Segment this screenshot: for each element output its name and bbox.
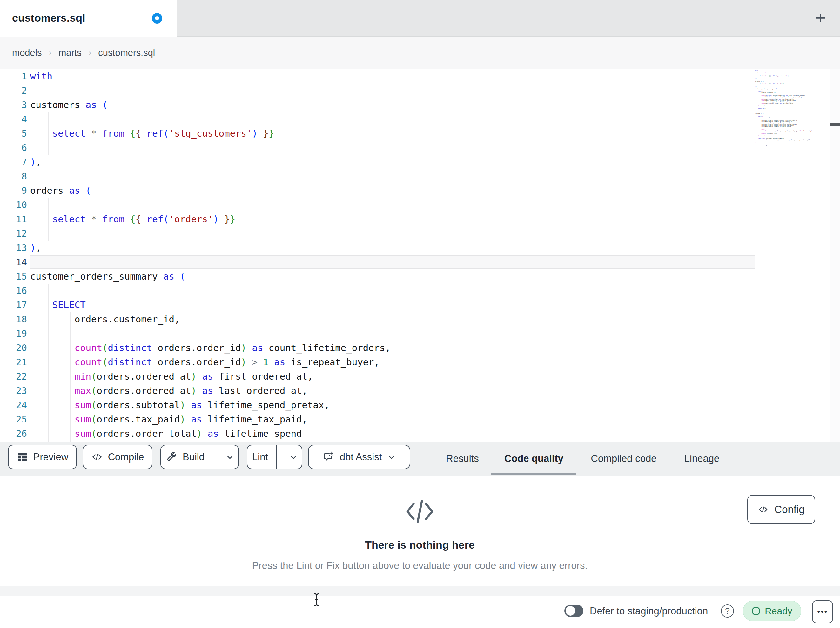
more-options-button[interactable]: ••• <box>812 600 833 623</box>
breadcrumb-models[interactable]: models <box>12 47 42 58</box>
code-icon <box>91 451 103 463</box>
code-editor[interactable]: 1with23customers as (45 select * from {{… <box>0 69 840 441</box>
line-number: 5 <box>0 127 30 141</box>
code-line[interactable]: 7), <box>0 155 840 169</box>
empty-state: There is nothing here Press the Lint or … <box>252 495 587 571</box>
tab-code-quality[interactable]: Code quality <box>504 442 564 475</box>
code-line[interactable]: 14 <box>0 255 840 269</box>
line-number: 6 <box>0 141 30 155</box>
defer-toggle[interactable] <box>564 605 583 617</box>
line-number: 11 <box>0 212 30 226</box>
defer-label: Defer to staging/production <box>590 596 708 626</box>
breadcrumb: models › marts › customers.sql <box>12 36 155 69</box>
table-icon <box>16 451 28 463</box>
code-line[interactable]: 17 SELECT <box>0 298 840 312</box>
code-line[interactable]: 5 select * from {{ ref('stg_customers') … <box>0 127 840 141</box>
line-number: 17 <box>0 298 30 312</box>
build-split-button: Build <box>160 445 239 469</box>
wrench-icon <box>166 451 177 463</box>
line-number: 20 <box>0 341 30 355</box>
lint-dropdown-button[interactable] <box>282 445 305 468</box>
tab-compiled-code[interactable]: Compiled code <box>591 442 657 475</box>
code-line[interactable]: 21 count(distinct orders.order_id) > 1 a… <box>0 355 840 369</box>
panel-resize-gap[interactable] <box>0 586 840 596</box>
code-line[interactable]: 6 <box>0 141 840 155</box>
minimap[interactable]: withcustomers as ( select * from {{ ref(… <box>755 70 829 152</box>
breadcrumb-marts[interactable]: marts <box>58 47 82 58</box>
line-number: 13 <box>0 241 30 255</box>
code-line[interactable]: 13), <box>0 241 840 255</box>
line-number: 8 <box>0 169 30 183</box>
empty-state-title: There is nothing here <box>365 539 475 551</box>
line-number: 22 <box>0 369 30 384</box>
chevron-down-icon <box>225 452 235 462</box>
unsaved-changes-dot-icon <box>152 13 162 24</box>
code-quality-panel: There is nothing here Press the Lint or … <box>0 476 840 586</box>
ide-status-label: Ready <box>765 606 793 617</box>
line-number: 18 <box>0 312 30 327</box>
code-line[interactable]: 15customer_orders_summary as ( <box>0 269 840 284</box>
status-bar: Defer to staging/production ? Ready ••• <box>0 596 840 628</box>
code-line[interactable]: 9orders as ( <box>0 183 840 198</box>
code-line[interactable]: 24 sum(orders.subtotal) as lifetime_spen… <box>0 398 840 412</box>
line-number: 12 <box>0 226 30 241</box>
code-line[interactable]: 8 <box>0 169 840 183</box>
new-tab-button[interactable]: + <box>806 6 835 31</box>
overview-ruler-cursor-marker <box>829 123 840 126</box>
minimap-content: withcustomers as ( select * from {{ ref(… <box>755 70 829 146</box>
code-slash-icon <box>403 495 436 527</box>
compile-button-label: Compile <box>108 451 144 463</box>
editor-toolbar: Preview Compile Build Lint <box>0 441 840 476</box>
breadcrumb-separator-icon: › <box>49 48 52 58</box>
code-line[interactable]: 3customers as ( <box>0 98 840 112</box>
line-number: 16 <box>0 284 30 298</box>
help-icon[interactable]: ? <box>721 604 734 617</box>
breadcrumb-separator-icon: › <box>88 48 92 58</box>
code-line[interactable]: 4 <box>0 112 840 127</box>
tabstrip-divider <box>802 0 802 36</box>
code-line[interactable]: 11 select * from {{ ref('orders') }} <box>0 212 840 226</box>
file-tab[interactable]: customers.sql <box>0 0 177 36</box>
active-tab-underline <box>491 473 576 475</box>
preview-button[interactable]: Preview <box>8 445 77 469</box>
code-line[interactable]: 22 min(orders.ordered_at) as first_order… <box>0 369 840 384</box>
code-line[interactable]: 16 <box>0 284 840 298</box>
build-button[interactable]: Build <box>158 445 213 468</box>
lint-button-label: Lint <box>252 451 268 463</box>
code-line[interactable]: 18 orders.customer_id, <box>0 312 840 327</box>
line-number: 1 <box>0 69 30 84</box>
ide-status-badge[interactable]: Ready <box>743 601 801 621</box>
tab-results[interactable]: Results <box>446 442 478 475</box>
code-line[interactable]: 20 count(distinct orders.order_id) as co… <box>0 341 840 355</box>
code-line[interactable]: 2 <box>0 84 840 98</box>
compile-button[interactable]: Compile <box>82 445 152 469</box>
empty-state-subtitle: Press the Lint or Fix button above to ev… <box>252 560 587 571</box>
line-number: 2 <box>0 84 30 98</box>
lint-split-button: Lint <box>247 445 302 469</box>
code-line[interactable]: 19 <box>0 327 840 341</box>
line-number: 7 <box>0 155 30 169</box>
file-tab-title: customers.sql <box>12 0 85 36</box>
dbt-assist-button[interactable]: dbt Assist <box>308 445 410 469</box>
line-number: 10 <box>0 198 30 212</box>
toolbar-separator <box>421 442 422 477</box>
toggle-knob <box>565 606 575 615</box>
preview-button-label: Preview <box>33 451 68 463</box>
code-line[interactable]: 25 sum(orders.tax_paid) as lifetime_tax_… <box>0 412 840 427</box>
code-line[interactable]: 23 max(orders.ordered_at) as last_ordere… <box>0 384 840 398</box>
code-line[interactable]: 10 <box>0 198 840 212</box>
code-line[interactable]: 26 sum(orders.order_total) as lifetime_s… <box>0 427 840 441</box>
code-line[interactable]: 1with <box>0 69 840 84</box>
chevron-down-icon <box>387 452 396 462</box>
status-circle-icon <box>752 607 760 615</box>
config-button[interactable]: Config <box>747 495 815 524</box>
text-cursor-pointer-icon <box>313 593 321 607</box>
lint-button[interactable]: Lint <box>244 445 276 468</box>
tab-strip: customers.sql + <box>0 0 840 36</box>
config-button-label: Config <box>774 503 804 516</box>
code-line[interactable]: 12 <box>0 226 840 241</box>
build-dropdown-button[interactable] <box>218 445 242 468</box>
code-lines: 1with23customers as (45 select * from {{… <box>0 69 840 441</box>
tab-lineage[interactable]: Lineage <box>684 442 719 475</box>
breadcrumb-file[interactable]: customers.sql <box>98 47 155 58</box>
